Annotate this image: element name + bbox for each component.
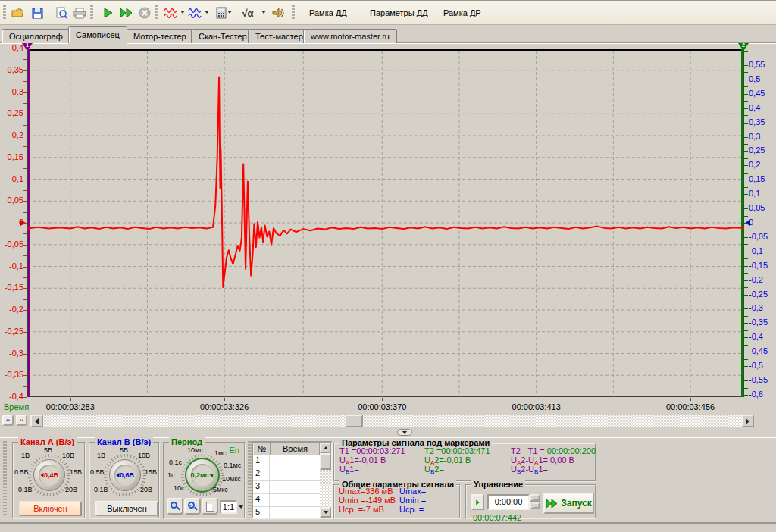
right-axis-label: 0: [749, 217, 774, 227]
panel-grip[interactable]: [3, 441, 7, 517]
signal-b-button[interactable]: *: [186, 4, 205, 22]
channel-a-group: Канал А (В/э) 0,4В 5В 10В 15В 20В 1В 0.5…: [12, 442, 86, 519]
left-scale-button[interactable]: ..: [2, 415, 14, 426]
tab-skan-tester[interactable]: Скан-Тестер: [191, 29, 255, 43]
start-button[interactable]: Запуск: [543, 493, 594, 514]
signal-b-dropdown-arrow[interactable]: [205, 11, 209, 14]
right-axis-tick: [744, 137, 748, 138]
fast-forward-icon: [120, 8, 133, 18]
table-row[interactable]: 1: [253, 455, 320, 468]
table-scrollbar[interactable]: [320, 443, 331, 518]
channel-a-scale-1v: 1В: [21, 452, 30, 459]
ub2-value: UB2=: [424, 465, 444, 475]
table-scrollbar-thumb[interactable]: [320, 453, 331, 470]
right-axis-tick: [744, 337, 748, 338]
period-group: Период En 0,2мс 10мс 1мс 0,1мс 10мкс 5мк…: [163, 442, 246, 519]
right-axis-tick: [744, 123, 748, 124]
scroll-right-icon: [746, 418, 749, 424]
sqrt-alpha-button[interactable]: √α: [236, 4, 259, 22]
h-scrollbar-thumb[interactable]: [345, 415, 363, 427]
toolbar-grip[interactable]: [3, 5, 6, 20]
toolbar-grip[interactable]: [90, 5, 93, 20]
table-row[interactable]: 3: [253, 481, 320, 494]
right-axis-tick: [744, 273, 748, 274]
parametry-dd-button[interactable]: Параметры ДД: [362, 4, 436, 22]
channel-b-state-button[interactable]: Выключен: [95, 501, 158, 516]
umin-b-value: Umin =: [399, 496, 426, 505]
right-axis-tick: [744, 108, 748, 109]
marker-1-flag[interactable]: 1: [22, 43, 33, 52]
open-folder-button[interactable]: [9, 4, 27, 22]
signal-a-dropdown-arrow[interactable]: [180, 11, 185, 14]
left-axis-tick: [23, 146, 27, 147]
tab-motor-master-ru[interactable]: www.motor-master.ru: [303, 29, 397, 43]
table-row[interactable]: 4: [253, 494, 320, 507]
table-row[interactable]: 2: [253, 468, 320, 481]
table-header-num[interactable]: №: [253, 443, 271, 455]
x-axis-label: 00:00:03:456: [656, 402, 724, 412]
calculator-dropdown-arrow[interactable]: [227, 11, 232, 14]
sound-button[interactable]: [269, 4, 287, 22]
zoom-out-button[interactable]: -: [184, 498, 201, 515]
control-play-icon: [476, 499, 480, 505]
table-scroll-up-button[interactable]: [320, 443, 331, 453]
toolbar-grip[interactable]: [292, 5, 295, 20]
print-preview-button[interactable]: [52, 4, 70, 22]
right-axis-tick: [744, 366, 748, 367]
table-header-time[interactable]: Время: [271, 443, 320, 455]
tab-oscillograf[interactable]: Осциллограф: [2, 29, 70, 43]
right-axis-tick: [744, 295, 748, 296]
signal-a-button[interactable]: *: [162, 4, 180, 22]
scroll-left-button[interactable]: [30, 415, 43, 427]
left-axis-tick: [23, 310, 27, 311]
right-axis-label: -0,3: [749, 303, 774, 312]
svg-text:*: *: [194, 8, 196, 15]
right-axis-tick: [744, 94, 748, 95]
save-button[interactable]: [28, 4, 46, 22]
right-axis-tick: [744, 58, 748, 58]
scroll-right-button[interactable]: [741, 415, 754, 427]
new-page-button[interactable]: [202, 498, 218, 515]
marker-2-flag[interactable]: 2: [738, 43, 749, 52]
left-axis-tick: [23, 103, 27, 104]
collapse-panel-button[interactable]: [397, 429, 412, 436]
tab-samopisec[interactable]: Самописец: [68, 26, 127, 43]
scale-ratio-dropdown-icon: [239, 505, 243, 509]
control-play-button[interactable]: [471, 494, 484, 510]
tab-motor-tester[interactable]: Мотор-тестер: [126, 29, 194, 43]
right-axis-tick: [744, 151, 748, 152]
stop-button[interactable]: [136, 4, 154, 22]
channel-a-scale-05v: 0.5В: [14, 468, 29, 476]
x-axis-tick: [382, 398, 383, 401]
table-row[interactable]: 5: [253, 507, 320, 520]
scale-ratio-dropdown[interactable]: [237, 500, 245, 514]
ramka-dr-button[interactable]: Рамка ДР: [436, 4, 489, 22]
print-button[interactable]: [70, 4, 89, 22]
fast-forward-button[interactable]: [117, 4, 136, 22]
h-scrollbar-track[interactable]: [43, 415, 741, 427]
svg-text:*: *: [170, 8, 172, 15]
table-cell-time: [270, 468, 320, 480]
ramka-dd-button[interactable]: Рамка ДД: [302, 4, 355, 22]
table-scroll-down-button[interactable]: [320, 507, 331, 518]
right-scale-button[interactable]: ..: [16, 415, 27, 426]
channel-b-scale-1v: 1В: [97, 452, 105, 459]
tab-test-master[interactable]: Тест-мастер: [248, 29, 311, 43]
left-axis-label: 0,4: [0, 43, 23, 52]
timer-input[interactable]: 0:00:00: [487, 494, 530, 510]
timer-up-button[interactable]: [530, 494, 540, 502]
timer-down-button[interactable]: [530, 502, 540, 509]
right-axis-label: 0,45: [749, 89, 774, 98]
right-axis-label: -0,4: [749, 332, 774, 341]
umax-a-value: Umax=336 мВ: [339, 487, 393, 496]
period-scale-10s: 10с: [174, 484, 185, 492]
right-axis-tick: [744, 144, 748, 145]
plot-area[interactable]: [27, 49, 744, 397]
left-axis-tick: [23, 343, 27, 343]
sqrt-alpha-dropdown-arrow[interactable]: [261, 11, 266, 14]
channel-a-state-button[interactable]: Включен: [19, 501, 82, 516]
scale-ratio-value[interactable]: 1:1: [220, 500, 237, 514]
zoom-in-button[interactable]: +: [167, 498, 183, 515]
toolbar-grip[interactable]: [155, 5, 158, 20]
play-button[interactable]: [99, 4, 117, 22]
